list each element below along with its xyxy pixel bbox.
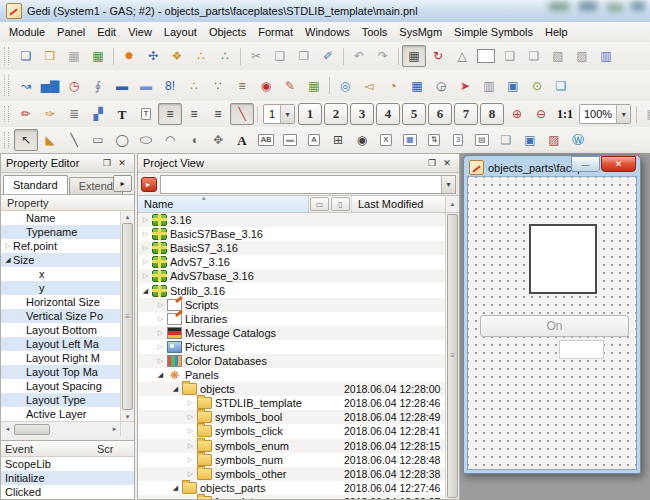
property-horizontal-scrollbar[interactable]: ◂ ▸ bbox=[1, 421, 121, 436]
scrollbar-thumb[interactable] bbox=[122, 223, 133, 410]
property-vertical-scrollbar[interactable]: ▴ ▾ bbox=[120, 211, 134, 422]
property-row-active-layer[interactable]: Active Layer bbox=[1, 407, 121, 421]
expand-icon[interactable]: ▷ bbox=[185, 413, 196, 421]
bring-front-button[interactable]: ❑ bbox=[498, 45, 522, 67]
minimize-button[interactable]: — bbox=[571, 156, 600, 172]
panel-canvas[interactable]: On bbox=[467, 176, 637, 470]
expand-icon[interactable]: ▷ bbox=[3, 242, 13, 250]
switch-widget-button[interactable]: ⊙ bbox=[525, 75, 549, 97]
new-panel-button[interactable]: ❏ bbox=[14, 45, 38, 67]
layer-2-button[interactable]: 2 bbox=[324, 103, 348, 125]
meter-widget-button[interactable]: ∮ bbox=[86, 75, 110, 97]
clock-widget-button[interactable]: ◷ bbox=[62, 75, 86, 97]
textedit-tool-button[interactable]: ⊞ bbox=[326, 129, 350, 151]
digital-display-button[interactable]: 8! bbox=[158, 75, 182, 97]
style-pencil-button[interactable]: ✏ bbox=[14, 103, 38, 125]
project-filter-combo[interactable]: ▾ bbox=[160, 175, 456, 194]
frame-widget-button[interactable]: ▥ bbox=[477, 75, 501, 97]
trend-widget-button[interactable]: ↝ bbox=[14, 75, 38, 97]
menu-simple-symbols[interactable]: Simple Symbols bbox=[448, 24, 539, 40]
property-column-header[interactable]: Property bbox=[1, 195, 134, 211]
view-mode-button-1[interactable]: ▭ bbox=[310, 197, 329, 211]
window-titlebar[interactable]: Gedi (System1 - GAS; #2) - objects_parts… bbox=[0, 0, 650, 23]
current-color-button[interactable] bbox=[474, 45, 498, 67]
canvas-on-button[interactable]: On bbox=[480, 315, 629, 337]
scroll-left-icon[interactable]: ◂ bbox=[2, 424, 13, 435]
select-tool-button[interactable]: ↖ bbox=[14, 129, 38, 151]
align-center-button[interactable]: ≡ bbox=[182, 103, 206, 125]
expand-icon[interactable]: ▷ bbox=[155, 315, 166, 323]
zoom-in-button[interactable]: ⊕ bbox=[505, 103, 529, 125]
scrollbar-thumb[interactable] bbox=[14, 424, 50, 435]
freeform-tool-button[interactable]: ◖ bbox=[182, 129, 206, 151]
radio-tool-button[interactable]: ◉ bbox=[350, 129, 374, 151]
close-panel-button[interactable]: ✕ bbox=[440, 157, 454, 170]
expand-icon[interactable]: ▷ bbox=[155, 343, 166, 351]
menu-windows[interactable]: Windows bbox=[299, 24, 356, 40]
expand-icon[interactable]: ▷ bbox=[185, 427, 196, 435]
module-structure-button[interactable]: ✣ bbox=[141, 45, 165, 67]
scroll-right-icon[interactable]: ▸ bbox=[109, 424, 120, 435]
menu-edit[interactable]: Edit bbox=[91, 24, 122, 40]
property-row-layout-left-ma[interactable]: Layout Left Ma bbox=[1, 337, 121, 351]
property-row-ref-point[interactable]: ▷Ref.point bbox=[1, 239, 121, 253]
menu-view[interactable]: View bbox=[122, 24, 158, 40]
map-widget-button[interactable]: ➤ bbox=[453, 75, 477, 97]
zoom-percent-combo[interactable]: 100%▾ bbox=[579, 104, 631, 124]
tree-row-pictures[interactable]: ▷Pictures bbox=[138, 340, 446, 354]
textfield-tool-button[interactable]: A bbox=[302, 129, 326, 151]
spinbox-tool-button[interactable]: ⇅ bbox=[422, 129, 446, 151]
tree-row-advs7-3-16[interactable]: ▷AdvS7_3.16 bbox=[138, 255, 446, 269]
expand-icon[interactable]: ▷ bbox=[140, 244, 151, 252]
property-row-name[interactable]: Name bbox=[1, 211, 121, 225]
script-editor-button[interactable]: ✎ bbox=[278, 75, 302, 97]
menu-layout[interactable]: Layout bbox=[158, 24, 203, 40]
tree-row-panels[interactable]: ◢❋Panels bbox=[138, 368, 446, 382]
scroll-up-icon[interactable]: ▴ bbox=[122, 211, 133, 222]
layer-7-button[interactable]: 7 bbox=[454, 103, 478, 125]
tab-standard[interactable]: Standard bbox=[3, 175, 68, 194]
project-run-button[interactable] bbox=[141, 177, 157, 192]
expand-icon[interactable]: ▷ bbox=[185, 470, 196, 478]
event-row-initialize[interactable]: Initialize bbox=[1, 471, 134, 485]
align-right-button[interactable]: ≡ bbox=[206, 103, 230, 125]
collapse-icon[interactable]: ◢ bbox=[170, 385, 181, 393]
tree-row-objects[interactable]: ◢objects2018.06.04 12:28:00 bbox=[138, 382, 446, 396]
expand-icon[interactable]: ▷ bbox=[140, 230, 151, 238]
column-last-modified[interactable]: Last Modified bbox=[351, 196, 445, 212]
expand-icon[interactable]: ▷ bbox=[155, 301, 166, 309]
text-tool-button[interactable]: A bbox=[230, 129, 254, 151]
tree-row-libraries[interactable]: ▷Libraries bbox=[138, 312, 446, 326]
line-width-button[interactable]: ╲ bbox=[230, 103, 254, 125]
property-row-layout-spacing[interactable]: Layout Spacing bbox=[1, 379, 121, 393]
disconnect-nodes-button[interactable]: ∵ bbox=[206, 75, 230, 97]
close-panel-button[interactable]: ✕ bbox=[115, 157, 129, 170]
pie-chart-widget-button[interactable]: ◔ bbox=[381, 75, 405, 97]
expand-icon[interactable]: ▷ bbox=[185, 399, 196, 407]
chevron-down-icon[interactable]: ▾ bbox=[441, 176, 455, 193]
fill-pattern-button[interactable]: ▞ bbox=[86, 103, 110, 125]
layer-6-button[interactable]: 6 bbox=[428, 103, 452, 125]
line-tool-button[interactable]: ╲ bbox=[62, 129, 86, 151]
collapse-icon[interactable]: ◢ bbox=[3, 256, 13, 264]
cut-button[interactable]: ✂ bbox=[244, 45, 268, 67]
menu-tools[interactable]: Tools bbox=[356, 24, 394, 40]
collapse-icon[interactable]: ◢ bbox=[140, 287, 151, 295]
tree-row-symbols-num[interactable]: ▷symbols_num2018.06.04 12:28:48 bbox=[138, 453, 446, 467]
open-panel-button[interactable]: ❒ bbox=[38, 45, 62, 67]
catalog-manager-button[interactable]: ❖ bbox=[165, 45, 189, 67]
window-widget-button[interactable]: ▣ bbox=[501, 75, 525, 97]
ellipse-tool-button[interactable]: ◯ bbox=[134, 129, 158, 151]
menu-sysmgm[interactable]: SysMgm bbox=[393, 24, 448, 40]
save-module-button[interactable]: ▦ bbox=[86, 45, 110, 67]
menu-help[interactable]: Help bbox=[539, 24, 574, 40]
canvas-text-field[interactable] bbox=[559, 340, 604, 359]
property-editor-titlebar[interactable]: Property Editor ❐ ✕ bbox=[1, 154, 134, 173]
ungroup-button[interactable]: ▨ bbox=[570, 45, 594, 67]
arc-tool-button[interactable]: ◠ bbox=[158, 129, 182, 151]
webview-tool-button[interactable]: Ⓦ bbox=[566, 129, 590, 151]
panel-editor-window[interactable]: objects_parts\facepl... — ✕ On bbox=[463, 155, 641, 474]
menu-format[interactable]: Format bbox=[252, 24, 299, 40]
tree-row-color-databases[interactable]: ▷Color Databases bbox=[138, 354, 446, 368]
layer-4-button[interactable]: 4 bbox=[376, 103, 400, 125]
